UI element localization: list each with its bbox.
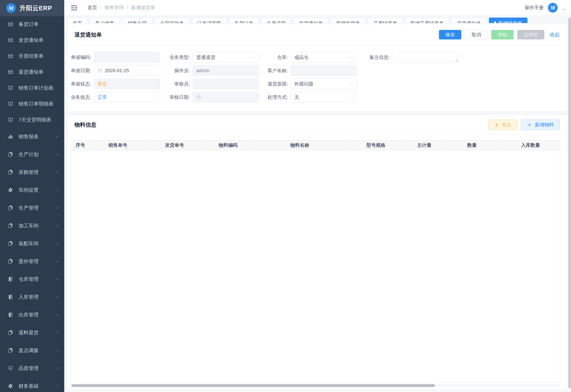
sidebar-item-inventory-transfer[interactable]: 盘点调拨 bbox=[0, 341, 64, 359]
calendar-icon bbox=[196, 95, 201, 99]
tab-new-delivery[interactable]: 新增发货单 bbox=[331, 18, 365, 23]
tab-return-notice[interactable]: 退货通知单 bbox=[452, 18, 486, 23]
menu-fold-icon[interactable] bbox=[70, 4, 77, 11]
app-logo: M 升阳云ERP bbox=[0, 0, 64, 16]
return-reason-label: 退货原因: bbox=[259, 81, 291, 87]
remarks-label: 备注信息: bbox=[357, 54, 392, 61]
column-header: 物料名称 bbox=[253, 140, 346, 150]
biz-type-field[interactable]: 普通退货 bbox=[193, 52, 259, 62]
warehouse-field[interactable]: 成品仓 bbox=[291, 52, 357, 62]
return-reason-field[interactable]: 外观问题 bbox=[291, 79, 357, 89]
tab-new-invoice-settlement[interactable]: 新增开票结算单 bbox=[405, 18, 449, 23]
biz-status-value: 正常 bbox=[98, 94, 107, 100]
chevron-down-icon bbox=[153, 95, 157, 99]
doc-date-field[interactable]: 2026-01-25 bbox=[94, 65, 160, 76]
sidebar-item-purchase-mgmt[interactable]: 采购管理 bbox=[0, 163, 64, 181]
warehouse-value: 成品仓 bbox=[294, 54, 309, 61]
active-tab-dot bbox=[494, 21, 496, 23]
breadcrumb-item: 新增退货单 bbox=[131, 4, 155, 11]
material-panel: 物料信息 引入 新增物料 bbox=[67, 115, 567, 389]
journal-icon bbox=[8, 294, 13, 300]
save-button[interactable]: 保存 bbox=[439, 30, 461, 40]
sidebar-menu: 备货订单发货通知单开票结算单退货通知单销售订单计划表销售订单明细表7天交货明细表… bbox=[0, 16, 64, 392]
tab-sales-contract[interactable]: 销售合同 bbox=[122, 18, 152, 23]
sidebar-item-sales-order-plan[interactable]: 销售订单计划表 bbox=[0, 80, 64, 96]
resize-handle-icon[interactable] bbox=[455, 59, 458, 62]
tab-home[interactable]: 首页 bbox=[67, 18, 87, 23]
copy-icon bbox=[8, 330, 13, 336]
remarks-field[interactable] bbox=[392, 52, 459, 63]
sidebar-item-return-notice[interactable]: 退货通知单 bbox=[0, 64, 64, 80]
material-table: 序号销售单号发货单号物料编码物料名称型号规格主计量数量入库数量 bbox=[67, 134, 567, 387]
chevron-down-icon bbox=[55, 224, 59, 228]
doc-status-field: 开立 bbox=[94, 79, 160, 89]
tab-invoice-settlement[interactable]: 开票结算单 bbox=[368, 18, 402, 23]
collapse-link[interactable]: 收起 bbox=[550, 31, 560, 38]
audit-date-field bbox=[193, 92, 259, 102]
app-title: 升阳云ERP bbox=[19, 4, 52, 12]
operator-label: 操作员: bbox=[160, 68, 193, 74]
material-table-body bbox=[71, 150, 560, 382]
sidebar-item-stock-order[interactable]: 备货订单 bbox=[0, 16, 64, 32]
vertical-scrollbar-thumb[interactable] bbox=[568, 18, 571, 388]
horizontal-scrollbar-thumb[interactable] bbox=[71, 384, 435, 387]
tab-production-progress[interactable]: 生产进度 bbox=[261, 18, 291, 23]
sidebar-item-workshop-settings[interactable]: 车间设置 bbox=[0, 181, 64, 199]
material-title: 物料信息 bbox=[75, 121, 96, 128]
table-icon bbox=[8, 53, 13, 59]
breadcrumb-item[interactable]: 销售管理 bbox=[105, 4, 124, 11]
sidebar-item-inbound-mgmt[interactable]: 入库管理 bbox=[0, 288, 64, 306]
tab-delivery-notice[interactable]: 发货通知单 bbox=[294, 18, 328, 23]
sidebar-item-assembly-workshop[interactable]: 装配车间 bbox=[0, 235, 64, 252]
copy-icon bbox=[8, 241, 13, 246]
material-table-header: 序号销售单号发货单号物料编码物料名称型号规格主计量数量入库数量 bbox=[71, 140, 560, 150]
avatar[interactable]: M bbox=[548, 3, 558, 13]
manual-link[interactable]: 操作手册 bbox=[525, 4, 544, 11]
shield-check-icon bbox=[8, 365, 13, 371]
tab-stock-order[interactable]: 备货订单 bbox=[229, 18, 259, 23]
tab-order-progress[interactable]: 订单进度图 bbox=[192, 18, 226, 23]
sidebar-item-finance-basic[interactable]: 财务基础 bbox=[0, 377, 64, 392]
plus-icon bbox=[527, 122, 532, 127]
tab-contract-approval[interactable]: 合同审批单 bbox=[155, 18, 189, 23]
copy-icon bbox=[8, 223, 13, 229]
sidebar-item-processing-workshop[interactable]: 加工车间 bbox=[0, 217, 64, 235]
sidebar-item-seven-day-delivery[interactable]: 7天交货明细表 bbox=[0, 112, 64, 127]
sidebar-item-warehouse-mgmt[interactable]: 仓库管理 bbox=[0, 270, 64, 288]
cancel-button[interactable]: 取消 bbox=[465, 30, 488, 40]
sidebar-item-production-mgmt[interactable]: 生产管理 bbox=[0, 199, 64, 217]
table-icon bbox=[8, 37, 13, 43]
chevron-down-icon bbox=[55, 170, 59, 174]
gear-icon bbox=[8, 383, 13, 389]
journal-icon bbox=[8, 276, 13, 282]
return-notice-panel: 退货通知单 保存 取消 审核 反审核 收起 单据编码:业务类型:普通退货仓库:成… bbox=[67, 24, 567, 111]
sidebar-item-sales-order-detail[interactable]: 销售订单明细表 bbox=[0, 96, 64, 112]
add-material-button[interactable]: 新增物料 bbox=[521, 120, 560, 130]
handle-method-field[interactable]: 无 bbox=[291, 92, 357, 102]
audit-button[interactable]: 审核 bbox=[491, 30, 514, 40]
import-button[interactable]: 引入 bbox=[488, 120, 517, 130]
sidebar-item-delivery-notice[interactable]: 发货通知单 bbox=[0, 32, 64, 48]
sidebar-item-invoice-settlement[interactable]: 开票结算单 bbox=[0, 48, 64, 64]
sidebar-item-outbound-mgmt[interactable]: 出库管理 bbox=[0, 306, 64, 323]
biz-status-field[interactable]: 正常 bbox=[94, 92, 160, 102]
sidebar-item-production-plan[interactable]: 生产计划 bbox=[0, 145, 64, 163]
unaudit-button[interactable]: 反审核 bbox=[517, 30, 544, 40]
sidebar-item-sales-report[interactable]: 销售报表 bbox=[0, 127, 64, 145]
chevron-down-icon bbox=[350, 55, 354, 59]
sidebar-item-material-return[interactable]: 退料退货 bbox=[0, 323, 64, 341]
tab-customer-files[interactable]: 客户档案 bbox=[90, 18, 120, 23]
sidebar-item-quality-mgmt[interactable]: 品质管理 bbox=[0, 359, 64, 377]
breadcrumb-item[interactable]: 首页 bbox=[88, 4, 97, 11]
chevron-down-icon bbox=[55, 206, 59, 210]
column-header: 数量 bbox=[443, 140, 501, 150]
doc-code-label: 单据编码: bbox=[67, 54, 94, 61]
tab-new-return[interactable]: 新增退货单 bbox=[489, 18, 527, 23]
horizontal-scrollbar bbox=[71, 384, 560, 387]
chevron-down-icon bbox=[55, 241, 59, 245]
chevron-down-icon bbox=[55, 259, 59, 263]
column-header: 发货单号 bbox=[146, 140, 203, 150]
caret-down-icon[interactable] bbox=[562, 8, 565, 11]
sidebar-item-outsourcing-mgmt[interactable]: 委外管理 bbox=[0, 252, 64, 270]
chevron-down-icon bbox=[55, 188, 59, 192]
